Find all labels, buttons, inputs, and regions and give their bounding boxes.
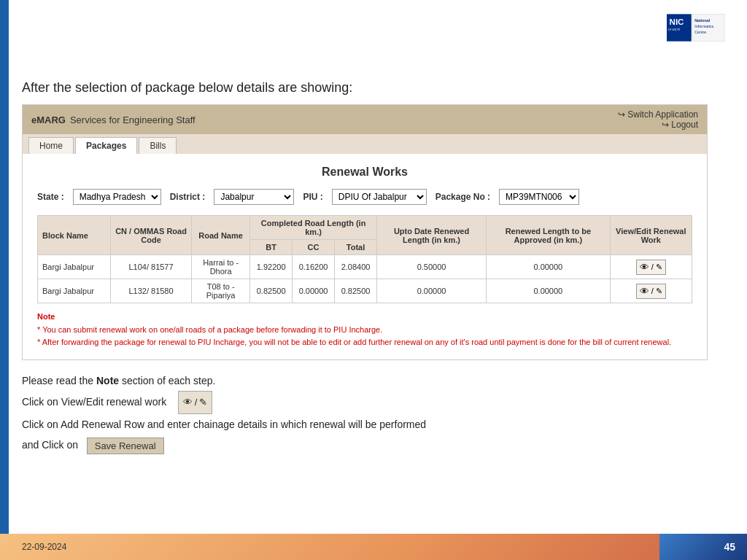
note-label: Note (37, 312, 692, 321)
tab-bills[interactable]: Bills (139, 137, 177, 154)
row2-total: 0.82500 (335, 279, 377, 303)
row2-renewed: 0.00000 (487, 279, 611, 303)
row2-view-edit-cell: 👁 / ✎ (610, 279, 692, 303)
content-area: Renewal Works State : Madhya Pradesh Dis… (23, 154, 707, 359)
row1-uptodate: 0.50000 (376, 255, 486, 279)
th-renewed-length: Renewed Length to be Approved (in km.) (487, 216, 611, 255)
row1-cn-ommas: L104/ 81577 (111, 255, 192, 279)
footer-date: 22-09-2024 (0, 534, 659, 560)
heading-text: After the selection of package below det… (22, 80, 732, 96)
app-window: eMARG Services for Engineering Staff ↪ S… (22, 104, 708, 360)
inline-view-edit-icon: 👁 / ✎ (178, 391, 213, 414)
piu-label: PIU : (303, 192, 322, 202)
tab-packages[interactable]: Packages (75, 137, 137, 154)
footer-bar: 22-09-2024 45 (0, 534, 747, 560)
separator: / (651, 287, 654, 295)
note-line-1: * You can submit renewal work on one/all… (37, 324, 692, 336)
instruction-line3-end: and Click on Save Renewal (22, 435, 732, 455)
inline-edit-icon: ✎ (199, 393, 207, 412)
switch-application-label: Switch Application (627, 109, 698, 120)
th-bt: BT (250, 240, 293, 255)
renewal-table: Block Name CN / OMMAS Road Code Road Nam… (37, 215, 692, 303)
switch-arrow-icon: ↪ (618, 109, 625, 120)
th-view-edit: View/Edit Renewal Work (610, 216, 692, 255)
row2-block-name: Bargi Jabalpur (38, 279, 111, 303)
row1-cc: 0.16200 (293, 255, 335, 279)
th-completed-road: Completed Road Length (in km.) (250, 216, 377, 240)
row1-bt: 1.92200 (250, 255, 293, 279)
edit-icon: ✎ (656, 262, 662, 272)
row1-renewed: 0.00000 (487, 255, 611, 279)
row2-uptodate: 0.00000 (376, 279, 486, 303)
instruction-text: Please read the Note section of each ste… (22, 370, 732, 455)
piu-select[interactable]: DPIU Of Jabalpur (332, 189, 427, 205)
th-cc: CC (293, 240, 335, 255)
instruction-line2: Click on View/Edit renewal work 👁 / ✎ (22, 391, 732, 414)
eye-icon: 👁 (640, 286, 649, 297)
row2-road-name: T08 to - Pipariya (192, 279, 250, 303)
app-header-left: eMARG Services for Engineering Staff (31, 114, 196, 125)
package-select[interactable]: MP39MTN006 (499, 189, 579, 205)
nav-tabs: Home Packages Bills (23, 134, 707, 154)
eye-icon: 👁 (640, 262, 649, 273)
row2-bt: 0.82500 (250, 279, 293, 303)
state-select[interactable]: Madhya Pradesh (73, 189, 161, 205)
package-label: Package No : (436, 192, 490, 202)
th-cn-ommas: CN / OMMAS Road Code (111, 216, 192, 255)
row1-road-name: Harrai to - Dhora (192, 255, 250, 279)
note-bold: Note (96, 375, 119, 386)
page-title: Renewal Works (37, 166, 692, 179)
instruction-line3: Click on Add Renewal Row and enter chain… (22, 414, 732, 435)
inline-eye-icon: 👁 (183, 393, 193, 412)
table-row: Bargi Jabalpur L104/ 81577 Harrai to - D… (38, 255, 692, 279)
row1-view-edit-cell: 👁 / ✎ (610, 255, 692, 279)
separator: / (651, 262, 654, 271)
main-content: After the selection of package below det… (22, 15, 732, 455)
th-uptodate-renewed: Upto Date Renewed Length (in km.) (376, 216, 486, 255)
row1-total: 2.08400 (335, 255, 377, 279)
form-row: State : Madhya Pradesh District : Jabalp… (37, 189, 692, 205)
row2-cn-ommas: L132/ 81580 (111, 279, 192, 303)
logout-link[interactable]: ↪ Logout (662, 120, 698, 130)
state-label: State : (37, 192, 64, 202)
app-header-right: ↪ Switch Application ↪ Logout (618, 109, 698, 130)
note-line-2: * After forwarding the package for renew… (37, 336, 692, 349)
services-title: Services for Engineering Staff (70, 114, 196, 125)
row2-cc: 0.00000 (293, 279, 335, 303)
th-road-name: Road Name (192, 216, 250, 255)
row2-view-edit-button[interactable]: 👁 / ✎ (636, 284, 666, 299)
note-section: Note * You can submit renewal work on on… (37, 312, 692, 348)
footer-page-num: 45 (659, 534, 747, 560)
row1-view-edit-button[interactable]: 👁 / ✎ (636, 260, 666, 275)
table-row: Bargi Jabalpur L132/ 81580 T08 to - Pipa… (38, 279, 692, 303)
th-block-name: Block Name (38, 216, 111, 255)
edit-icon: ✎ (656, 287, 662, 296)
app-header: eMARG Services for Engineering Staff ↪ S… (23, 105, 707, 134)
logout-label: Logout (671, 120, 698, 130)
district-select[interactable]: Jabalpur (214, 189, 294, 205)
row1-block-name: Bargi Jabalpur (38, 255, 111, 279)
logout-arrow-icon: ↪ (662, 120, 669, 130)
th-total: Total (335, 240, 377, 255)
district-label: District : (170, 192, 206, 202)
left-accent-bar (0, 0, 9, 560)
save-renewal-button[interactable]: Save Renewal (87, 438, 164, 454)
emarg-title: eMARG (31, 114, 66, 125)
switch-application-link[interactable]: ↪ Switch Application (618, 109, 698, 120)
instruction-line1: Please read the Note section of each ste… (22, 370, 732, 391)
tab-home[interactable]: Home (28, 137, 74, 154)
